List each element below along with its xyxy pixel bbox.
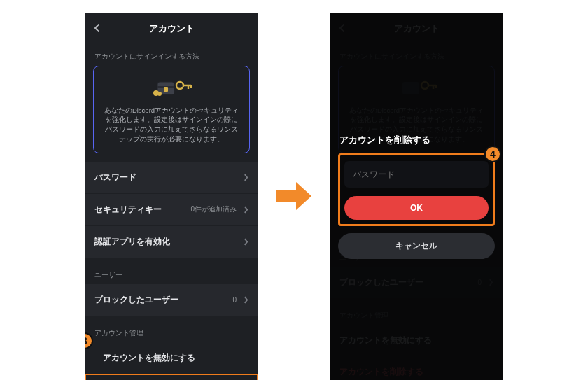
password-input[interactable] bbox=[344, 161, 489, 188]
arrow-right-icon bbox=[275, 179, 313, 213]
svg-point-4 bbox=[158, 92, 162, 96]
phone-screen-left: アカウント アカウントにサインインする方法 あなたのDiscordアカウントのセ… bbox=[85, 13, 258, 380]
cancel-button[interactable]: キャンセル bbox=[338, 233, 495, 259]
chevron-right-icon bbox=[244, 238, 248, 246]
chevron-right-icon bbox=[244, 296, 248, 304]
row-auth-app[interactable]: 認証アプリを有効化 bbox=[85, 225, 258, 258]
chevron-right-icon bbox=[244, 174, 248, 181]
hero-description: あなたのDiscordアカウントのセキュリティを強化します。設定後はサインインの… bbox=[104, 106, 239, 144]
phone-screen-right: アカウント アカウントにサインインする方法 あなたのDiscordアカウントのセ… bbox=[330, 13, 503, 380]
row-label: セキュリティキー bbox=[94, 204, 162, 216]
page-title: アカウント bbox=[92, 22, 251, 35]
row-delete-account[interactable]: アカウントを削除する bbox=[85, 374, 258, 380]
ok-button[interactable]: OK bbox=[344, 196, 489, 220]
chevron-right-icon bbox=[244, 206, 248, 214]
step-badge-4: 4 bbox=[484, 146, 501, 162]
row-subtext: 0件が追加済み bbox=[190, 204, 237, 214]
row-password[interactable]: パスワード bbox=[85, 162, 258, 193]
back-icon[interactable] bbox=[92, 22, 103, 35]
section-mgmt-label: アカウント管理 bbox=[85, 321, 258, 342]
delete-account-dialog: アカウントを削除する 4 OK キャンセル bbox=[330, 13, 503, 380]
row-label: アカウントを無効にする bbox=[103, 353, 195, 363]
row-label: パスワード bbox=[94, 172, 136, 183]
security-hero-card: あなたのDiscordアカウントのセキュリティを強化します。設定後はサインインの… bbox=[93, 66, 250, 153]
dialog-title: アカウントを削除する bbox=[340, 134, 493, 146]
svg-point-5 bbox=[176, 82, 183, 89]
section-signin-label: アカウントにサインインする方法 bbox=[85, 45, 258, 66]
row-blocked-users[interactable]: ブロックしたユーザー 0 bbox=[85, 284, 258, 316]
row-disable-account[interactable]: 3 アカウントを無効にする bbox=[85, 342, 258, 374]
step4-highlight: 4 OK bbox=[338, 153, 495, 226]
blocked-count: 0 bbox=[232, 296, 237, 304]
row-security-key[interactable]: セキュリティキー 0件が追加済み bbox=[85, 193, 258, 225]
row-label: 認証アプリを有効化 bbox=[94, 236, 170, 248]
header: アカウント bbox=[85, 13, 258, 45]
signin-methods-list: パスワード セキュリティキー 0件が追加済み 認証アプリを有効化 bbox=[85, 162, 258, 258]
chest-key-icon bbox=[104, 75, 239, 100]
row-label: ブロックしたユーザー bbox=[94, 294, 178, 306]
section-user-label: ユーザー bbox=[85, 263, 258, 284]
svg-rect-2 bbox=[164, 88, 168, 92]
